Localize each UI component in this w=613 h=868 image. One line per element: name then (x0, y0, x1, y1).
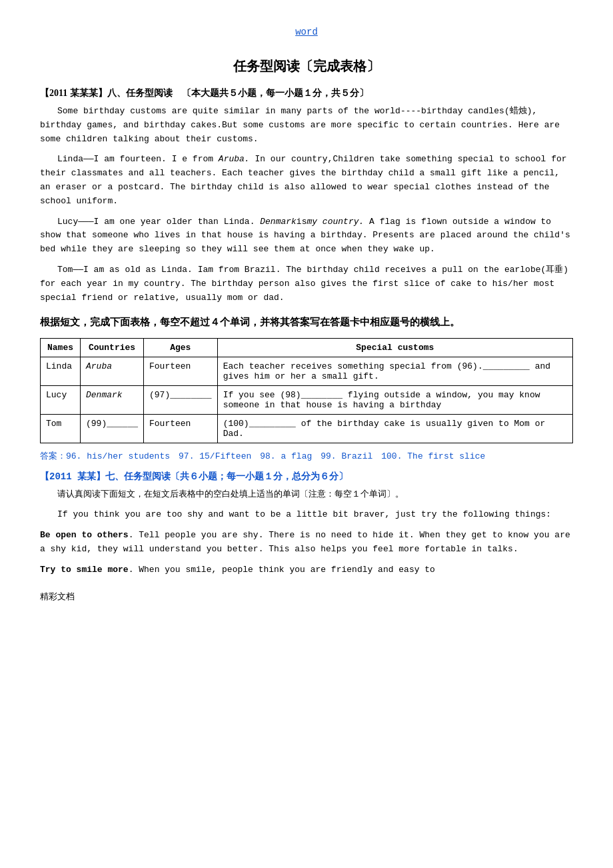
cell-age-tom: Fourteen (144, 414, 218, 443)
paragraph-3: Lucy———I am one year older than Linda. D… (40, 215, 573, 257)
paragraph-2: Linda——I am fourteen. I e from Aruba. In… (40, 153, 573, 208)
cell-name-tom: Tom (41, 414, 81, 443)
word-link[interactable]: word (295, 27, 318, 37)
col-header-countries: Countries (81, 338, 144, 357)
cell-custom-linda: Each teacher receives something special … (217, 357, 572, 385)
word-link-container: word (40, 27, 573, 37)
cell-country-lucy: Denmark (81, 385, 144, 414)
col-header-customs: Special customs (217, 338, 572, 357)
paragraph-4: Tom——I am as old as Linda. Iam from Braz… (40, 263, 573, 305)
section2-para1: If you think you are too shy and want to… (40, 508, 573, 522)
table-row: Lucy Denmark (97)________ If you see (98… (41, 385, 573, 414)
cell-country-linda: Aruba (81, 357, 144, 385)
table-row: Linda Aruba Fourteen Each teacher receiv… (41, 357, 573, 385)
cell-custom-lucy: If you see (98)________ flying outside a… (217, 385, 572, 414)
section2-para3: Try to smile more. When you smile, peopl… (40, 563, 573, 577)
section2-para2: Be open to others. Tell people you are s… (40, 529, 573, 557)
section2-header: 【2011 某某】七、任务型阅读〔共６小题；每一小题１分，总分为６分〕 (40, 471, 573, 483)
cell-name-lucy: Lucy (41, 385, 81, 414)
section1-header: 【2011 某某某】八、任务型阅读 〔本大题共５小题，每一小题１分，共５分〕 (40, 87, 573, 99)
cell-age-linda: Fourteen (144, 357, 218, 385)
task-table: Names Countries Ages Special customs Lin… (40, 338, 573, 443)
cell-age-lucy: (97)________ (144, 385, 218, 414)
paragraph-1: Some birthday customs are quite similar … (40, 105, 573, 146)
answer-line: 答案：96. his/her students 97. 15/Fifteen 9… (40, 450, 573, 464)
footer: 精彩文档 (40, 591, 573, 603)
section2-intro: 请认真阅读下面短文，在短文后表格中的空白处填上适当的单词〔注意：每空１个单词〕。 (40, 488, 573, 502)
main-title: 任务型阅读〔完成表格〕 (40, 57, 573, 75)
instruction-text: 根据短文，完成下面表格，每空不超过４个单词，并将其答案写在答题卡中相应题号的横线… (40, 314, 573, 331)
table-row: Tom (99)______ Fourteen (100)_________ o… (41, 414, 573, 443)
cell-country-tom: (99)______ (81, 414, 144, 443)
col-header-names: Names (41, 338, 81, 357)
cell-name-linda: Linda (41, 357, 81, 385)
col-header-ages: Ages (144, 338, 218, 357)
cell-custom-tom: (100)_________ of the birthday cake is u… (217, 414, 572, 443)
